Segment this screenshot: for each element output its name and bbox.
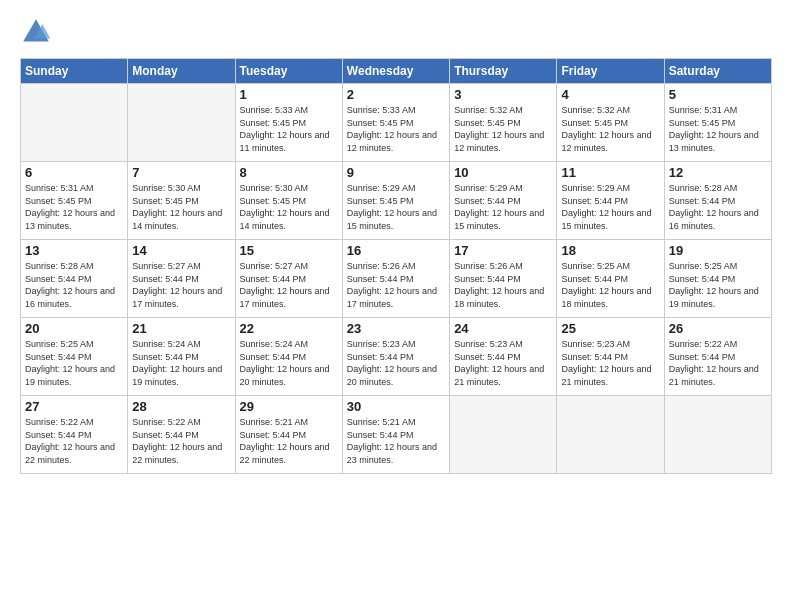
calendar-cell (557, 396, 664, 474)
calendar-week-3: 20Sunrise: 5:25 AM Sunset: 5:44 PM Dayli… (21, 318, 772, 396)
calendar-cell: 7Sunrise: 5:30 AM Sunset: 5:45 PM Daylig… (128, 162, 235, 240)
day-number: 30 (347, 399, 445, 414)
day-info: Sunrise: 5:22 AM Sunset: 5:44 PM Dayligh… (132, 416, 230, 466)
calendar-cell (664, 396, 771, 474)
calendar-cell: 11Sunrise: 5:29 AM Sunset: 5:44 PM Dayli… (557, 162, 664, 240)
day-number: 14 (132, 243, 230, 258)
calendar-cell: 2Sunrise: 5:33 AM Sunset: 5:45 PM Daylig… (342, 84, 449, 162)
day-info: Sunrise: 5:32 AM Sunset: 5:45 PM Dayligh… (561, 104, 659, 154)
day-number: 24 (454, 321, 552, 336)
day-number: 15 (240, 243, 338, 258)
day-info: Sunrise: 5:25 AM Sunset: 5:44 PM Dayligh… (669, 260, 767, 310)
weekday-header-thursday: Thursday (450, 59, 557, 84)
day-info: Sunrise: 5:24 AM Sunset: 5:44 PM Dayligh… (132, 338, 230, 388)
calendar-cell: 13Sunrise: 5:28 AM Sunset: 5:44 PM Dayli… (21, 240, 128, 318)
day-info: Sunrise: 5:30 AM Sunset: 5:45 PM Dayligh… (240, 182, 338, 232)
calendar-cell: 24Sunrise: 5:23 AM Sunset: 5:44 PM Dayli… (450, 318, 557, 396)
calendar-cell: 8Sunrise: 5:30 AM Sunset: 5:45 PM Daylig… (235, 162, 342, 240)
page: SundayMondayTuesdayWednesdayThursdayFrid… (0, 0, 792, 612)
day-number: 19 (669, 243, 767, 258)
calendar-cell: 21Sunrise: 5:24 AM Sunset: 5:44 PM Dayli… (128, 318, 235, 396)
weekday-header-saturday: Saturday (664, 59, 771, 84)
day-number: 8 (240, 165, 338, 180)
calendar-week-1: 6Sunrise: 5:31 AM Sunset: 5:45 PM Daylig… (21, 162, 772, 240)
day-number: 25 (561, 321, 659, 336)
calendar-cell (450, 396, 557, 474)
day-number: 29 (240, 399, 338, 414)
calendar-cell: 26Sunrise: 5:22 AM Sunset: 5:44 PM Dayli… (664, 318, 771, 396)
calendar-week-2: 13Sunrise: 5:28 AM Sunset: 5:44 PM Dayli… (21, 240, 772, 318)
day-info: Sunrise: 5:27 AM Sunset: 5:44 PM Dayligh… (132, 260, 230, 310)
weekday-header-tuesday: Tuesday (235, 59, 342, 84)
day-number: 12 (669, 165, 767, 180)
calendar-cell: 17Sunrise: 5:26 AM Sunset: 5:44 PM Dayli… (450, 240, 557, 318)
calendar-cell: 14Sunrise: 5:27 AM Sunset: 5:44 PM Dayli… (128, 240, 235, 318)
day-info: Sunrise: 5:31 AM Sunset: 5:45 PM Dayligh… (669, 104, 767, 154)
day-info: Sunrise: 5:26 AM Sunset: 5:44 PM Dayligh… (347, 260, 445, 310)
calendar-cell: 30Sunrise: 5:21 AM Sunset: 5:44 PM Dayli… (342, 396, 449, 474)
calendar-cell: 12Sunrise: 5:28 AM Sunset: 5:44 PM Dayli… (664, 162, 771, 240)
day-number: 9 (347, 165, 445, 180)
logo (20, 16, 54, 48)
calendar-cell: 3Sunrise: 5:32 AM Sunset: 5:45 PM Daylig… (450, 84, 557, 162)
day-number: 22 (240, 321, 338, 336)
calendar-table: SundayMondayTuesdayWednesdayThursdayFrid… (20, 58, 772, 474)
weekday-header-wednesday: Wednesday (342, 59, 449, 84)
day-number: 18 (561, 243, 659, 258)
day-number: 10 (454, 165, 552, 180)
day-number: 26 (669, 321, 767, 336)
calendar-cell: 4Sunrise: 5:32 AM Sunset: 5:45 PM Daylig… (557, 84, 664, 162)
weekday-header-monday: Monday (128, 59, 235, 84)
weekday-header-row: SundayMondayTuesdayWednesdayThursdayFrid… (21, 59, 772, 84)
calendar-week-4: 27Sunrise: 5:22 AM Sunset: 5:44 PM Dayli… (21, 396, 772, 474)
day-info: Sunrise: 5:31 AM Sunset: 5:45 PM Dayligh… (25, 182, 123, 232)
day-info: Sunrise: 5:23 AM Sunset: 5:44 PM Dayligh… (561, 338, 659, 388)
day-number: 21 (132, 321, 230, 336)
day-info: Sunrise: 5:21 AM Sunset: 5:44 PM Dayligh… (240, 416, 338, 466)
day-info: Sunrise: 5:29 AM Sunset: 5:45 PM Dayligh… (347, 182, 445, 232)
day-number: 5 (669, 87, 767, 102)
day-number: 7 (132, 165, 230, 180)
day-number: 2 (347, 87, 445, 102)
day-info: Sunrise: 5:21 AM Sunset: 5:44 PM Dayligh… (347, 416, 445, 466)
day-info: Sunrise: 5:25 AM Sunset: 5:44 PM Dayligh… (25, 338, 123, 388)
calendar-cell: 27Sunrise: 5:22 AM Sunset: 5:44 PM Dayli… (21, 396, 128, 474)
day-info: Sunrise: 5:24 AM Sunset: 5:44 PM Dayligh… (240, 338, 338, 388)
calendar-cell: 29Sunrise: 5:21 AM Sunset: 5:44 PM Dayli… (235, 396, 342, 474)
calendar-cell: 5Sunrise: 5:31 AM Sunset: 5:45 PM Daylig… (664, 84, 771, 162)
day-info: Sunrise: 5:33 AM Sunset: 5:45 PM Dayligh… (240, 104, 338, 154)
day-number: 4 (561, 87, 659, 102)
day-info: Sunrise: 5:33 AM Sunset: 5:45 PM Dayligh… (347, 104, 445, 154)
day-info: Sunrise: 5:23 AM Sunset: 5:44 PM Dayligh… (347, 338, 445, 388)
day-number: 11 (561, 165, 659, 180)
calendar-cell: 22Sunrise: 5:24 AM Sunset: 5:44 PM Dayli… (235, 318, 342, 396)
calendar-cell: 25Sunrise: 5:23 AM Sunset: 5:44 PM Dayli… (557, 318, 664, 396)
calendar-cell: 28Sunrise: 5:22 AM Sunset: 5:44 PM Dayli… (128, 396, 235, 474)
day-info: Sunrise: 5:22 AM Sunset: 5:44 PM Dayligh… (25, 416, 123, 466)
day-info: Sunrise: 5:32 AM Sunset: 5:45 PM Dayligh… (454, 104, 552, 154)
day-number: 1 (240, 87, 338, 102)
day-info: Sunrise: 5:29 AM Sunset: 5:44 PM Dayligh… (561, 182, 659, 232)
day-info: Sunrise: 5:28 AM Sunset: 5:44 PM Dayligh… (669, 182, 767, 232)
calendar-cell (21, 84, 128, 162)
calendar-cell: 6Sunrise: 5:31 AM Sunset: 5:45 PM Daylig… (21, 162, 128, 240)
day-info: Sunrise: 5:29 AM Sunset: 5:44 PM Dayligh… (454, 182, 552, 232)
calendar-week-0: 1Sunrise: 5:33 AM Sunset: 5:45 PM Daylig… (21, 84, 772, 162)
day-info: Sunrise: 5:27 AM Sunset: 5:44 PM Dayligh… (240, 260, 338, 310)
calendar-cell: 1Sunrise: 5:33 AM Sunset: 5:45 PM Daylig… (235, 84, 342, 162)
calendar-cell: 18Sunrise: 5:25 AM Sunset: 5:44 PM Dayli… (557, 240, 664, 318)
day-info: Sunrise: 5:28 AM Sunset: 5:44 PM Dayligh… (25, 260, 123, 310)
calendar-cell: 10Sunrise: 5:29 AM Sunset: 5:44 PM Dayli… (450, 162, 557, 240)
calendar-cell: 23Sunrise: 5:23 AM Sunset: 5:44 PM Dayli… (342, 318, 449, 396)
calendar-cell: 20Sunrise: 5:25 AM Sunset: 5:44 PM Dayli… (21, 318, 128, 396)
day-number: 27 (25, 399, 123, 414)
day-info: Sunrise: 5:30 AM Sunset: 5:45 PM Dayligh… (132, 182, 230, 232)
day-number: 6 (25, 165, 123, 180)
logo-icon (20, 16, 52, 48)
day-number: 16 (347, 243, 445, 258)
day-info: Sunrise: 5:22 AM Sunset: 5:44 PM Dayligh… (669, 338, 767, 388)
weekday-header-friday: Friday (557, 59, 664, 84)
day-info: Sunrise: 5:26 AM Sunset: 5:44 PM Dayligh… (454, 260, 552, 310)
day-info: Sunrise: 5:25 AM Sunset: 5:44 PM Dayligh… (561, 260, 659, 310)
calendar-cell (128, 84, 235, 162)
